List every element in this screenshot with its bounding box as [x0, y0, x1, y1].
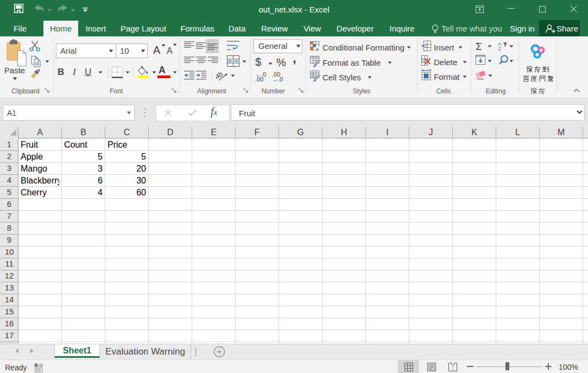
svg-text:Z: Z [498, 46, 502, 51]
svg-text:≠: ≠ [316, 47, 319, 52]
svg-text:ab: ab [216, 69, 224, 80]
